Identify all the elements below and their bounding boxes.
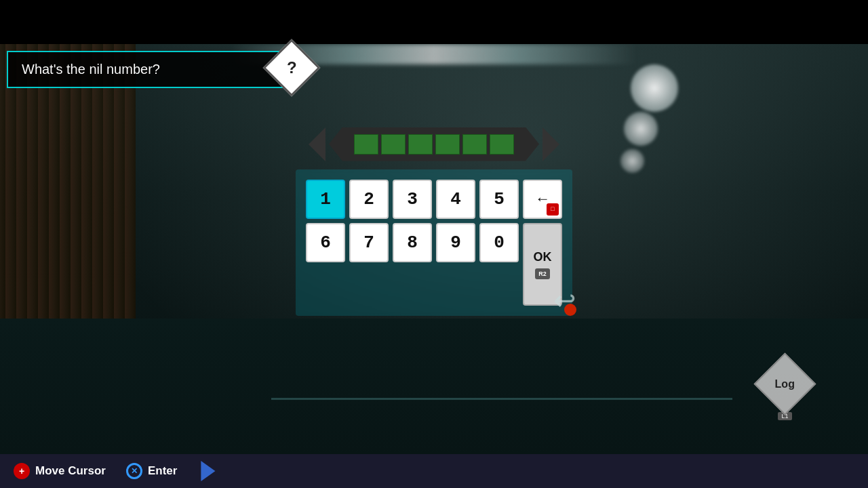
hud-move-cursor: + Move Cursor <box>14 463 106 479</box>
question-text: What's the nil number? <box>22 62 160 77</box>
bottom-hud: + Move Cursor ✕ Enter <box>0 454 868 488</box>
svg-point-0 <box>568 307 573 312</box>
ok-label: OK <box>534 250 552 264</box>
input-cell-3 <box>408 134 433 155</box>
hud-arrow-icon <box>201 461 221 481</box>
undo-badge <box>564 304 576 316</box>
question-dialog: What's the nil number? <box>7 51 298 88</box>
light-orb-1 <box>631 64 678 112</box>
hud-cross-icon: + <box>14 463 30 479</box>
undo-icon: ↩ <box>553 285 576 316</box>
input-cells <box>329 127 539 161</box>
hud-enter: ✕ Enter <box>126 463 177 479</box>
numpad-key-4[interactable]: 4 <box>436 180 475 219</box>
numpad-key-8[interactable]: 8 <box>393 223 432 262</box>
numpad-key-0[interactable]: 0 <box>479 223 519 262</box>
numpad-key-2[interactable]: 2 <box>349 180 389 219</box>
ok-badge: R2 <box>535 268 550 279</box>
backspace-icon: ← <box>538 191 547 208</box>
hud-circle-icon: ✕ <box>126 463 142 479</box>
undo-button[interactable]: ↩ <box>546 281 583 319</box>
input-cell-4 <box>435 134 460 155</box>
input-banner <box>326 127 542 161</box>
input-cell-2 <box>381 134 406 155</box>
log-label: Log <box>775 378 795 390</box>
hud-move-cursor-label: Move Cursor <box>35 464 106 478</box>
numpad-key-7[interactable]: 7 <box>349 223 389 262</box>
numpad-row-2: 6 7 8 9 0 OK R2 <box>306 223 562 306</box>
numpad-backspace[interactable]: ← □ <box>523 180 562 219</box>
floor <box>0 319 868 454</box>
numpad-row-1: 1 2 3 4 5 ← □ <box>306 180 562 219</box>
input-display <box>326 125 542 163</box>
hud-enter-label: Enter <box>148 464 177 478</box>
backspace-badge: □ <box>547 203 559 216</box>
numpad: 1 2 3 4 5 ← □ 6 7 8 9 0 OK R2 <box>296 169 572 316</box>
numpad-key-1[interactable]: 1 <box>306 180 345 219</box>
input-cell-6 <box>490 134 514 155</box>
numpad-key-9[interactable]: 9 <box>436 223 475 262</box>
numpad-key-6[interactable]: 6 <box>306 223 345 262</box>
floor-rail <box>271 398 732 400</box>
numpad-key-3[interactable]: 3 <box>393 180 432 219</box>
log-diamond: Log <box>754 353 816 415</box>
input-cell-5 <box>462 134 487 155</box>
numpad-key-5[interactable]: 5 <box>479 180 519 219</box>
log-button[interactable]: Log L1 <box>763 362 807 420</box>
input-cell-1 <box>354 134 378 155</box>
question-text-box: What's the nil number? <box>7 51 298 88</box>
top-letterbox <box>0 0 868 44</box>
light-orb-2 <box>624 112 658 146</box>
light-orb-3 <box>620 149 644 173</box>
